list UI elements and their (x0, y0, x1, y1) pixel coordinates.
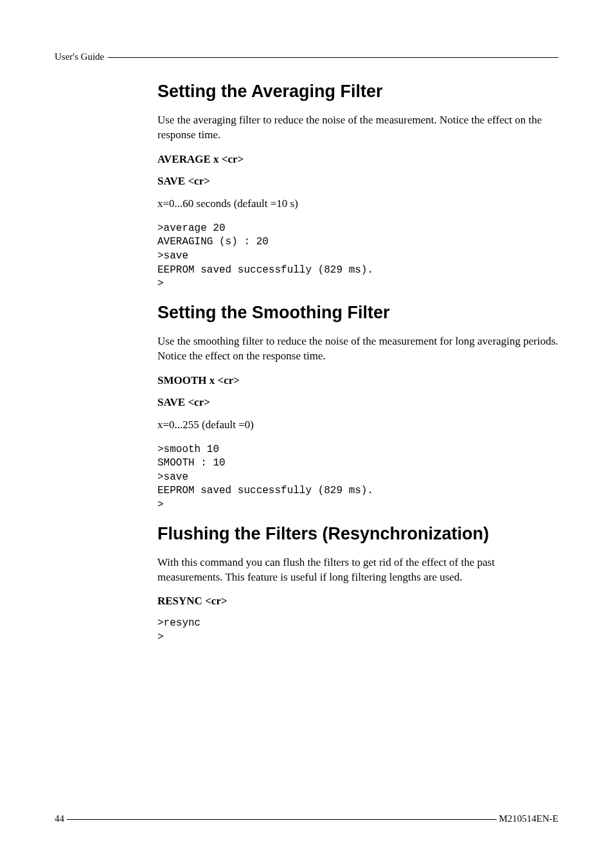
smoothing-range: x=0...255 (default =0) (157, 418, 558, 433)
flushing-cmd-resync: RESYNC <cr> (157, 595, 558, 608)
section-title-flushing: Flushing the Filters (Resynchronization) (157, 524, 558, 544)
section-title-averaging: Setting the Averaging Filter (157, 82, 558, 102)
content-area: Setting the Averaging Filter Use the ave… (157, 82, 558, 645)
averaging-cmd-save: SAVE <cr> (157, 175, 558, 188)
smoothing-cmd-save: SAVE <cr> (157, 396, 558, 409)
flushing-code-block: >resync > (157, 617, 558, 644)
page-header: User's Guide (55, 51, 558, 62)
averaging-range: x=0...60 seconds (default =10 s) (157, 197, 558, 212)
section-title-smoothing: Setting the Smoothing Filter (157, 303, 558, 323)
averaging-code-block: >average 20 AVERAGING (s) : 20 >save EEP… (157, 222, 558, 291)
footer-rule (67, 819, 497, 820)
header-label: User's Guide (55, 51, 104, 62)
smoothing-cmd-smooth: SMOOTH x <cr> (157, 374, 558, 387)
averaging-cmd-average: AVERAGE x <cr> (157, 153, 558, 166)
flushing-intro: With this command you can flush the filt… (157, 556, 558, 585)
smoothing-intro: Use the smoothing filter to reduce the n… (157, 334, 558, 364)
averaging-intro: Use the averaging filter to reduce the n… (157, 113, 558, 143)
document-id: M210514EN-E (499, 813, 559, 824)
page-number: 44 (55, 813, 64, 824)
smoothing-code-block: >smooth 10 SMOOTH : 10 >save EEPROM save… (157, 443, 558, 512)
page-footer: 44 M210514EN-E (55, 813, 558, 824)
header-rule (108, 57, 558, 58)
